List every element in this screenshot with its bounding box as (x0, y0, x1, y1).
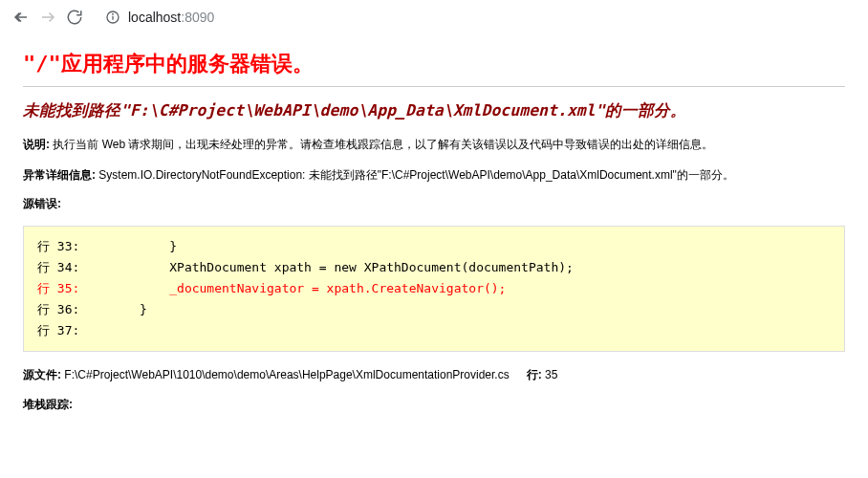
browser-toolbar: localhost:8090 (0, 0, 868, 34)
code-line: 行 37: (37, 320, 831, 341)
info-icon (105, 10, 120, 25)
exception-message: 未能找到路径"F:\C#Project\WebAPI\demo\App_Data… (23, 100, 845, 120)
divider (23, 86, 845, 87)
source-file-path: F:\C#Project\WebAPI\1010\demo\demo\Areas… (64, 368, 509, 381)
arrow-left-icon (12, 9, 30, 26)
reload-button[interactable] (61, 4, 88, 31)
description-label: 说明: (23, 138, 53, 151)
code-line: 行 34: XPathDocument xpath = new XPathDoc… (37, 257, 831, 278)
back-button[interactable] (8, 4, 34, 31)
source-file-line: 源文件: F:\C#Project\WebAPI\1010\demo\demo\… (23, 367, 845, 383)
svg-point-4 (113, 13, 114, 14)
stack-trace-label: 堆栈跟踪: (23, 397, 845, 413)
reload-icon (66, 9, 83, 26)
source-file-label: 源文件: (23, 368, 64, 381)
code-line-highlight: 行 35: _documentNavigator = xpath.CreateN… (37, 278, 831, 299)
description-line: 说明: 执行当前 Web 请求期间，出现未经处理的异常。请检查堆栈跟踪信息，以了… (23, 136, 845, 154)
arrow-right-icon (39, 9, 56, 26)
error-page-content: "/"应用程序中的服务器错误。 未能找到路径"F:\C#Project\WebA… (0, 34, 868, 438)
description-text: 执行当前 Web 请求期间，出现未经处理的异常。请检查堆栈跟踪信息，以了解有关该… (53, 138, 713, 151)
exception-detail-line: 异常详细信息: System.IO.DirectoryNotFoundExcep… (23, 166, 845, 185)
line-number: 35 (545, 368, 557, 381)
forward-button[interactable] (34, 4, 61, 31)
url-host: localhost (128, 10, 181, 25)
exception-detail-text: System.IO.DirectoryNotFoundException: 未能… (98, 168, 734, 182)
code-line: 行 36: } (37, 299, 831, 320)
server-error-title: "/"应用程序中的服务器错误。 (23, 50, 845, 78)
url-port: :8090 (181, 10, 214, 25)
exception-detail-label: 异常详细信息: (23, 168, 98, 182)
source-code-block: 行 33: }行 34: XPathDocument xpath = new X… (23, 226, 845, 352)
code-line: 行 33: } (37, 236, 831, 257)
line-label: 行: (527, 368, 545, 381)
source-error-label: 源错误: (23, 196, 845, 212)
address-bar[interactable]: localhost:8090 (96, 4, 860, 31)
